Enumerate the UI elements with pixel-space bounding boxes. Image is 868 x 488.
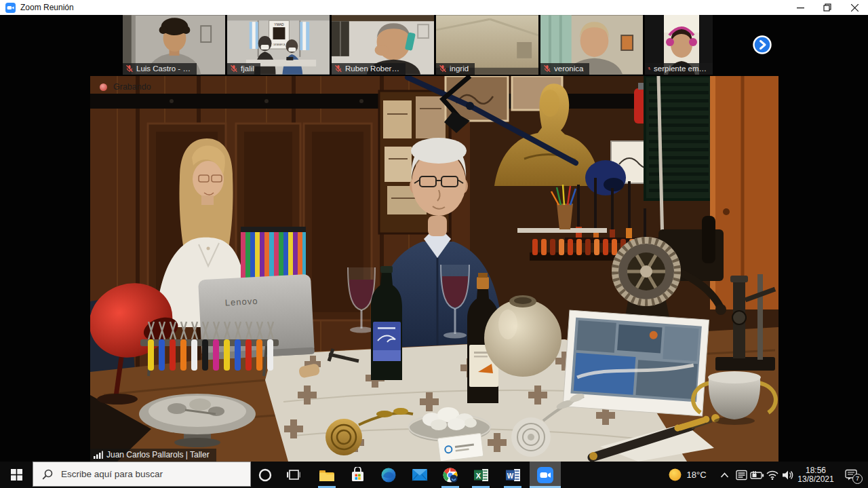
notification-count-badge: 7 (852, 474, 863, 484)
taskbar-mail-button[interactable] (404, 462, 435, 488)
participant-name-label: Ruben Rober… (332, 63, 406, 75)
volume-button[interactable] (780, 462, 796, 488)
taskbar: X W 18°C (0, 462, 868, 488)
muted-mic-icon (230, 64, 238, 73)
participant-tile-fjalil[interactable]: YMAD CATAMARCA (227, 15, 330, 75)
excel-icon: X (473, 468, 489, 483)
muted-mic-icon (334, 64, 342, 73)
chevron-up-icon (720, 472, 729, 478)
tray-panel-button[interactable] (734, 462, 749, 488)
muted-mic-icon (125, 64, 134, 73)
cortana-button[interactable] (251, 462, 279, 488)
participant-tile-ruben[interactable]: Ruben Rober… (332, 15, 434, 75)
recording-dot-icon (100, 83, 107, 91)
speaker-name-label: Juan Carlos Pallarols | Taller (90, 449, 216, 462)
search-input[interactable] (60, 468, 239, 480)
chrome-icon (442, 467, 458, 483)
wifi-button[interactable] (765, 462, 780, 488)
svg-text:YMAD: YMAD (274, 23, 284, 26)
microsoft-store-icon (350, 467, 366, 483)
screen: Zoom Reunión (0, 0, 868, 488)
tray-time: 18:56 (797, 466, 833, 475)
taskbar-file-explorer-button[interactable] (311, 462, 342, 488)
edge-icon (380, 467, 397, 483)
battery-button[interactable] (749, 462, 765, 488)
participant-name-label: serpiente em… (645, 63, 713, 75)
wifi-icon (766, 470, 778, 480)
recording-label: Grabando (113, 82, 151, 92)
mail-icon (412, 468, 428, 481)
clock[interactable]: 18:56 13/8/2021 (796, 462, 835, 488)
muted-mic-icon (543, 64, 551, 73)
svg-text:W: W (507, 472, 513, 479)
participant-name-label: fjalil (227, 63, 260, 75)
main-video[interactable]: Lenovo (90, 76, 778, 462)
list-panel-icon (736, 470, 747, 481)
participant-tile-serpiente[interactable]: serpiente em… (645, 15, 713, 75)
battery-charging-icon (750, 470, 764, 481)
taskbar-chrome-button[interactable] (435, 462, 466, 488)
cortana-icon (258, 468, 272, 482)
participant-name-label: ingrid (436, 63, 475, 75)
next-participants-button[interactable] (752, 35, 772, 55)
zoom-taskbar-icon (537, 467, 553, 483)
participant-name-label: veronica (540, 63, 589, 75)
taskbar-excel-button[interactable]: X (465, 462, 496, 488)
windows-logo-icon (11, 469, 22, 481)
svg-text:X: X (475, 471, 481, 479)
svg-text:CATAMARCA: CATAMARCA (273, 43, 285, 46)
window-titlebar: Zoom Reunión (0, 0, 868, 15)
participant-tile-luis-castro[interactable]: Luis Castro - … (123, 15, 225, 75)
chevron-right-icon (752, 35, 772, 55)
notification-center-button[interactable]: 7 (835, 462, 867, 488)
minimize-button[interactable] (787, 0, 814, 15)
word-icon: W (505, 468, 521, 483)
tray-date: 13/8/2021 (797, 475, 833, 484)
search-icon (42, 469, 53, 480)
taskbar-zoom-button[interactable] (530, 462, 561, 488)
close-button[interactable] (841, 0, 868, 15)
task-view-icon (287, 469, 300, 481)
meeting-stage: Luis Castro - … YMAD CATAMARCA (0, 15, 868, 462)
participant-name-label: Luis Castro - … (123, 63, 197, 75)
taskbar-edge-button[interactable] (373, 462, 404, 488)
muted-mic-icon (648, 64, 651, 73)
participant-tile-veronica[interactable]: veronica (540, 15, 643, 75)
taskbar-word-button[interactable]: W (497, 462, 528, 488)
sun-weather-icon (669, 468, 682, 481)
signal-strength-icon (94, 451, 103, 459)
zoom-app-icon (5, 3, 16, 13)
temperature-label: 18°C (686, 470, 706, 480)
taskbar-microsoft-store-button[interactable] (342, 462, 373, 488)
task-view-button[interactable] (279, 462, 308, 488)
svg-text:Lenovo: Lenovo (224, 296, 258, 308)
file-explorer-icon (319, 468, 335, 483)
hidden-icons-chevron-button[interactable] (716, 462, 732, 488)
weather-button[interactable]: 18°C (661, 462, 714, 488)
muted-mic-icon (439, 64, 447, 73)
participant-tile-ingrid[interactable]: ingrid (436, 15, 538, 75)
taskbar-search[interactable] (33, 462, 251, 487)
workshop-scene: Lenovo (90, 76, 778, 462)
speaker-icon (782, 470, 794, 481)
start-button[interactable] (0, 462, 33, 488)
recording-indicator: Grabando (100, 82, 151, 92)
restore-button[interactable] (814, 0, 841, 15)
window-title: Zoom Reunión (20, 3, 74, 12)
